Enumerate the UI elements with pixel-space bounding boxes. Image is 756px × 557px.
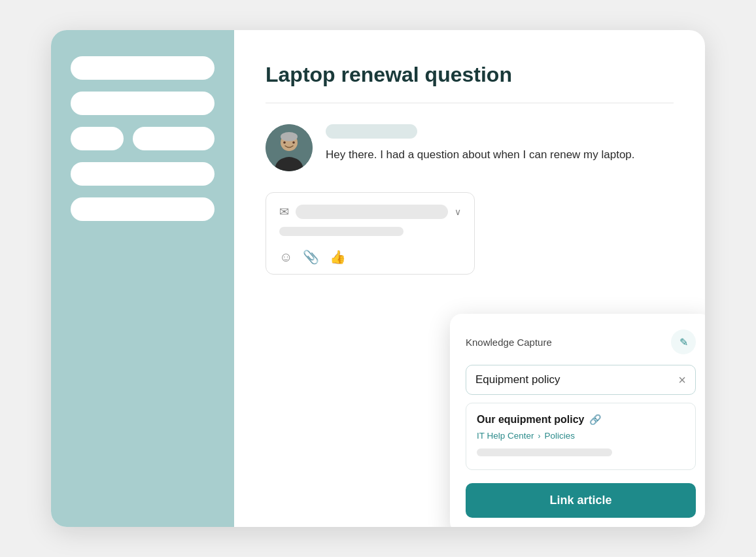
reply-line — [279, 227, 404, 236]
message-area: Hey there. I had a question about when I… — [326, 124, 674, 163]
svg-point-3 — [283, 141, 286, 144]
main-content: Laptop renewal question — [234, 30, 705, 527]
reply-actions: ☺ 📎 👍 — [279, 249, 461, 265]
breadcrumb-part1[interactable]: IT Help Center — [477, 431, 534, 441]
link-icon: 🔗 — [589, 414, 602, 426]
email-icon: ✉ — [279, 205, 289, 219]
sidebar-row — [71, 127, 215, 150]
kc-clear-button[interactable]: × — [678, 373, 686, 386]
kc-edit-button[interactable]: ✎ — [671, 329, 696, 354]
kc-result-title-text: Our equipment policy — [477, 414, 584, 426]
reply-box: ✉ ∨ ☺ 📎 👍 — [266, 192, 475, 275]
kc-breadcrumb: IT Help Center › Policies — [477, 431, 685, 441]
conversation: Hey there. I had a question about when I… — [266, 124, 674, 171]
sidebar-item-1 — [71, 56, 215, 80]
reply-to-pill — [296, 205, 448, 219]
sidebar-item-3a — [71, 127, 124, 150]
link-article-button[interactable]: Link article — [466, 483, 696, 518]
sidebar-item-2 — [71, 92, 215, 115]
avatar — [266, 124, 313, 171]
kc-title: Knowledge Capture — [466, 337, 552, 348]
main-card: Laptop renewal question — [51, 30, 705, 527]
reply-top: ✉ ∨ — [279, 205, 461, 219]
divider — [266, 103, 674, 103]
sidebar-item-5 — [71, 197, 215, 221]
knowledge-capture-panel: Knowledge Capture ✎ × Our equipment poli… — [450, 314, 705, 527]
page-title: Laptop renewal question — [266, 63, 674, 87]
kc-search-input[interactable] — [475, 373, 678, 386]
message-name-placeholder — [326, 124, 417, 139]
kc-result-line — [477, 448, 612, 456]
kc-result-card: Our equipment policy 🔗 IT Help Center › … — [466, 403, 696, 470]
message-text: Hey there. I had a question about when I… — [326, 146, 674, 163]
sidebar-item-4 — [71, 162, 215, 186]
breadcrumb-chevron: › — [538, 431, 541, 441]
kc-search-field[interactable]: × — [466, 365, 696, 395]
kc-header: Knowledge Capture ✎ — [466, 329, 696, 354]
chevron-down-icon: ∨ — [455, 207, 461, 217]
breadcrumb-part2[interactable]: Policies — [545, 431, 576, 441]
sidebar — [51, 30, 234, 527]
sidebar-item-3b — [133, 127, 215, 150]
kc-result-title: Our equipment policy 🔗 — [477, 414, 685, 426]
thumbs-up-icon[interactable]: 👍 — [330, 249, 346, 265]
emoji-icon[interactable]: ☺ — [279, 250, 292, 265]
svg-point-4 — [292, 141, 295, 144]
svg-point-2 — [281, 132, 298, 141]
attachment-icon[interactable]: 📎 — [303, 249, 319, 265]
